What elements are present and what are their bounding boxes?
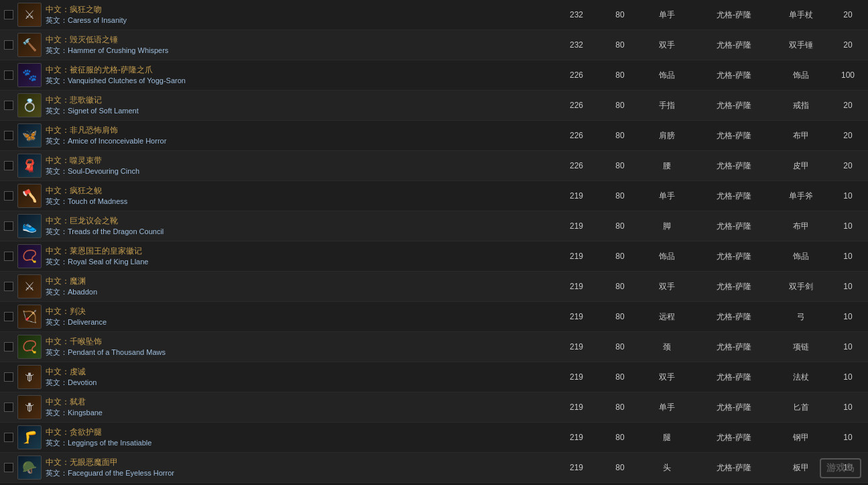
row-checkbox[interactable] [4, 463, 13, 472]
item-source: 尤格-萨隆 [694, 121, 774, 151]
item-text: 中文：非凡恐怖肩饰 英文：Amice of Inconceivable Horr… [46, 125, 166, 146]
item-name-en: 英文：Pendant of a Thousand Maws [46, 347, 166, 358]
item-ilvl: 232 [553, 30, 600, 60]
item-type: 饰品 [774, 60, 828, 91]
item-type: 弓 [774, 302, 828, 332]
row-checkbox[interactable] [4, 101, 13, 110]
row-checkbox[interactable] [4, 372, 13, 382]
item-source: 尤格-萨隆 [694, 60, 774, 91]
table-row: 🦋 中文：非凡恐怖肩饰 英文：Amice of Inconceivable Ho… [0, 121, 868, 151]
item-text: 中文：弑君 英文：Kingsbane [46, 396, 103, 418]
item-cell: 🔨 中文：毁灭低语之锤 英文：Hammer of Crushing Whispe… [0, 30, 553, 60]
item-icon: 🐾 [17, 63, 42, 87]
row-checkbox[interactable] [4, 252, 13, 261]
item-name-en: 英文：Soul-Devouring Cinch [46, 166, 139, 176]
row-checkbox[interactable] [4, 191, 13, 201]
item-ilvl: 219 [553, 302, 600, 332]
item-slot: 单手 [640, 0, 694, 30]
row-checkbox[interactable] [4, 282, 13, 291]
item-source: 尤格-萨隆 [694, 362, 774, 392]
item-level: 80 [600, 302, 640, 332]
item-text: 中文：被征服的尤格-萨隆之爪 英文：Vanquished Clutches of… [46, 64, 186, 86]
item-icon: 💍 [17, 93, 42, 117]
item-slot: 肩膀 [640, 121, 694, 151]
item-name-cn: 中文：噬灵束带 [46, 155, 139, 166]
item-name-cn: 中文：莱恩国王的皇家徽记 [46, 246, 148, 257]
item-icon: 🗡 [17, 365, 42, 389]
table-row: 🪓 中文：疯狂之鲵 英文：Touch of Madness 219 80 单手 … [0, 181, 868, 211]
item-text: 中文：悲歌徽记 英文：Signet of Soft Lament [46, 95, 139, 116]
item-ilvl: 219 [553, 211, 600, 241]
item-name-en: 英文：Devotion [46, 378, 97, 388]
watermark: 游戏岛 [820, 458, 861, 478]
row-checkbox[interactable] [4, 40, 13, 50]
row-checkbox[interactable] [4, 131, 13, 140]
item-level: 80 [600, 60, 640, 91]
item-source: 尤格-萨隆 [694, 272, 774, 302]
item-name-en: 英文：Signet of Soft Lament [46, 106, 139, 116]
item-name-en: 英文：Royal Seal of King Llane [46, 257, 148, 267]
item-ilvl: 219 [553, 362, 600, 392]
item-points: 20 [828, 30, 868, 60]
item-icon: 👟 [17, 214, 42, 238]
item-level: 80 [600, 362, 640, 392]
item-name-en: 英文：Treads of the Dragon Council [46, 227, 164, 237]
table-row: 🪖 中文：无眼恶魔面甲 英文：Faceguard of the Eyeless … [0, 453, 868, 483]
item-cell: 📿 中文：莱恩国王的皇家徽记 英文：Royal Seal of King Lla… [0, 241, 553, 272]
item-slot: 头 [640, 453, 694, 483]
item-type: 皮甲 [774, 151, 828, 181]
table-row: 💍 中文：悲歌徽记 英文：Signet of Soft Lament 226 8… [0, 91, 868, 121]
item-type: 单手斧 [774, 181, 828, 211]
row-checkbox[interactable] [4, 433, 13, 442]
item-source: 尤格-萨隆 [694, 0, 774, 30]
item-text: 中文：毁灭低语之锤 英文：Hammer of Crushing Whispers [46, 34, 168, 56]
row-checkbox[interactable] [4, 221, 13, 231]
item-points: 10 [828, 392, 868, 423]
item-name-cn: 中文：无眼恶魔面甲 [46, 457, 174, 468]
table-row: 👟 中文：巨龙议会之靴 英文：Treads of the Dragon Coun… [0, 211, 868, 241]
item-name-cn: 中文：被征服的尤格-萨隆之爪 [46, 64, 186, 76]
item-text: 中文：疯狂之吻 英文：Caress of Insanity [46, 4, 127, 25]
item-name-cn: 中文：悲歌徽记 [46, 95, 139, 106]
item-type: 戒指 [774, 91, 828, 121]
item-level: 80 [600, 181, 640, 211]
item-points: 10 [828, 241, 868, 272]
item-text: 中文：疯狂之鲵 英文：Touch of Madness [46, 185, 127, 207]
item-ilvl: 219 [553, 181, 600, 211]
item-source: 尤格-萨隆 [694, 332, 774, 362]
item-type: 双手剑 [774, 272, 828, 302]
row-checkbox[interactable] [4, 70, 13, 80]
item-source: 尤格-萨隆 [694, 423, 774, 453]
item-name-en: 英文：Vanquished Clutches of Yogg-Saron [46, 76, 186, 86]
item-name-en: 英文：Caress of Insanity [46, 15, 127, 25]
row-checkbox[interactable] [4, 342, 13, 352]
row-checkbox[interactable] [4, 402, 13, 412]
row-checkbox[interactable] [4, 10, 13, 19]
item-icon: 🔨 [17, 33, 42, 57]
item-name-en: 英文：Kingsbane [46, 408, 103, 418]
item-points: 20 [828, 151, 868, 181]
item-source: 尤格-萨隆 [694, 30, 774, 60]
item-name-en: 英文：Abaddon [46, 287, 97, 297]
item-ilvl: 226 [553, 60, 600, 91]
item-name-cn: 中文：疯狂之吻 [46, 4, 127, 15]
item-level: 80 [600, 91, 640, 121]
item-source: 尤格-萨隆 [694, 392, 774, 423]
item-text: 中文：贪欲护腿 英文：Leggings of the Insatiable [46, 427, 151, 448]
row-checkbox[interactable] [4, 161, 13, 170]
item-name-en: 英文：Leggings of the Insatiable [46, 438, 151, 448]
item-level: 80 [600, 151, 640, 181]
item-level: 80 [600, 423, 640, 453]
item-ilvl: 219 [553, 272, 600, 302]
table-row: 🗡 中文：弑君 英文：Kingsbane 219 80 单手 尤格-萨隆 匕首 … [0, 392, 868, 423]
item-cell: 🏹 中文：判决 英文：Deliverance [0, 302, 553, 332]
item-type: 单手杖 [774, 0, 828, 30]
item-icon: 🪓 [17, 184, 42, 208]
item-name-en: 英文：Amice of Inconceivable Horror [46, 136, 166, 146]
item-points: 10 [828, 181, 868, 211]
item-cell: 📿 中文：千喉坠饰 英文：Pendant of a Thousand Maws [0, 332, 553, 362]
item-name-cn: 中文：弑君 [46, 396, 103, 408]
row-checkbox[interactable] [4, 312, 13, 321]
item-ilvl: 219 [553, 453, 600, 483]
item-text: 中文：噬灵束带 英文：Soul-Devouring Cinch [46, 155, 139, 176]
